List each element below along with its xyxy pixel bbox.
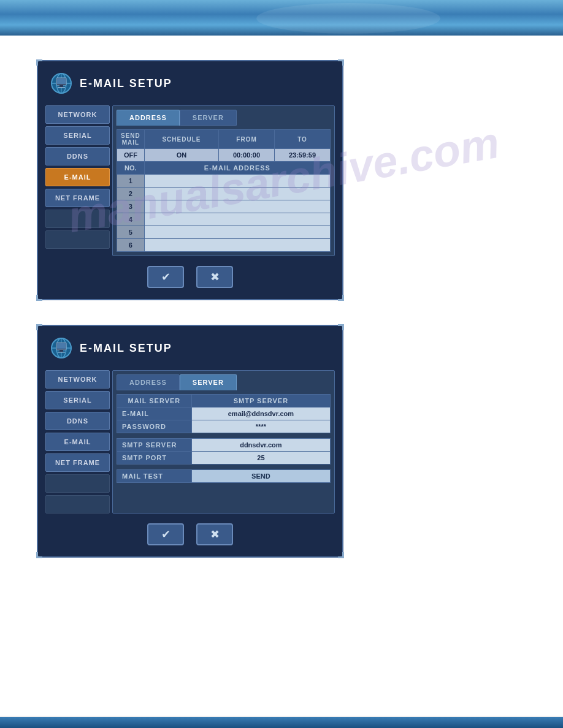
- row1-no: 1: [117, 175, 145, 188]
- dialog1-title: E-MAIL SETUP: [80, 77, 172, 90]
- mail-server-label: MAIL SERVER: [117, 395, 192, 408]
- svg-rect-15: [57, 343, 66, 349]
- dialog2-server-table: MAIL SERVER SMTP SERVER E-MAIL email@ddn…: [117, 394, 331, 483]
- dialog2-header: E-MAIL SETUP: [45, 333, 335, 363]
- email-row: E-MAIL email@ddnsdvr.com: [117, 408, 331, 420]
- col-schedule: SCHEDULE: [144, 130, 218, 149]
- tab-server-2[interactable]: SERVER: [180, 374, 237, 390]
- globe-icon: [49, 71, 74, 96]
- val-from[interactable]: 00:00:00: [219, 149, 275, 162]
- dialog2-cancel-btn[interactable]: ✖: [196, 523, 233, 545]
- spacer-row: [117, 433, 331, 439]
- send-btn[interactable]: SEND: [191, 470, 330, 483]
- tab-address-2[interactable]: ADDRESS: [117, 374, 180, 390]
- sidebar-network-btn[interactable]: NETWORK: [45, 105, 110, 124]
- row4-email[interactable]: [144, 213, 330, 226]
- svg-rect-6: [58, 87, 65, 88]
- smtp-port-label: SMTP PORT: [117, 452, 192, 464]
- password-value[interactable]: ****: [191, 420, 330, 433]
- col-to: TO: [275, 130, 331, 149]
- dialog2-main-panel: ADDRESS SERVER MAIL SERVER SMTP SERVER E…: [112, 370, 335, 514]
- dialog1: E-MAIL SETUP NETWORK SERIAL DDNS E-MAIL …: [37, 60, 343, 300]
- smtp-port-row: SMTP PORT 25: [117, 452, 331, 464]
- row6-no: 6: [117, 239, 145, 252]
- server-header-row: MAIL SERVER SMTP SERVER: [117, 395, 331, 408]
- smtp-port-value[interactable]: 25: [191, 452, 330, 464]
- dialog2-title: E-MAIL SETUP: [80, 342, 172, 355]
- row2-no: 2: [117, 188, 145, 200]
- sidebar-blank1-btn: [45, 210, 110, 228]
- smtp-server-value[interactable]: ddnsdvr.com: [191, 439, 330, 452]
- th-no: NO.: [117, 162, 145, 175]
- col-from: FROM: [219, 130, 275, 149]
- dialog2-confirm-btn[interactable]: ✔: [147, 523, 184, 545]
- sidebar-serial-btn[interactable]: SERIAL: [45, 126, 110, 145]
- sidebar-netframe-btn[interactable]: NET FRAME: [45, 189, 110, 207]
- globe-icon-2: [49, 336, 74, 360]
- row3-email[interactable]: [144, 200, 330, 213]
- smtp-server-header: SMTP SERVER: [191, 395, 330, 408]
- sidebar2-blank1-btn: [45, 474, 110, 493]
- dialog2-tabbar: ADDRESS SERVER: [117, 374, 331, 390]
- val-sendmail[interactable]: OFF: [117, 149, 145, 162]
- val-schedule[interactable]: ON: [144, 149, 218, 162]
- th-email: E-MAIL ADDRESS: [144, 162, 330, 175]
- table-row: 5: [117, 226, 331, 239]
- sidebar-email-btn[interactable]: E-MAIL: [45, 168, 110, 186]
- email-value[interactable]: email@ddnsdvr.com: [191, 408, 330, 420]
- dialog2-wrapper: E-MAIL SETUP NETWORK SERIAL DDNS E-MAIL …: [37, 325, 526, 558]
- tab-server-1[interactable]: SERVER: [180, 110, 237, 126]
- dialog1-header: E-MAIL SETUP: [45, 69, 335, 98]
- password-row: PASSWORD ****: [117, 420, 331, 433]
- dialog1-main-panel: ADDRESS SERVER SEND MAIL SCHEDULE FROM T…: [112, 105, 335, 256]
- dialog2-sidebar: NETWORK SERIAL DDNS E-MAIL NET FRAME: [45, 370, 110, 514]
- col-sendmail: SEND MAIL: [117, 130, 145, 149]
- sidebar-ddns-btn[interactable]: DDNS: [45, 147, 110, 165]
- table-row: 4: [117, 213, 331, 226]
- tab-address-1[interactable]: ADDRESS: [117, 110, 180, 126]
- svg-rect-7: [57, 78, 66, 84]
- row3-no: 3: [117, 200, 145, 213]
- dialog1-confirm-btn[interactable]: ✔: [147, 266, 184, 288]
- dialog1-wrapper: E-MAIL SETUP NETWORK SERIAL DDNS E-MAIL …: [37, 60, 526, 300]
- spacer-row2: [117, 464, 331, 470]
- table-row: 3: [117, 200, 331, 213]
- sidebar2-serial-btn[interactable]: SERIAL: [45, 391, 110, 409]
- dialog1-cancel-btn[interactable]: ✖: [196, 266, 233, 288]
- table-row: 6: [117, 239, 331, 252]
- sidebar2-ddns-btn[interactable]: DDNS: [45, 412, 110, 430]
- smtp-server-label: SMTP SERVER: [117, 439, 192, 452]
- smtp-server-row: SMTP SERVER ddnsdvr.com: [117, 439, 331, 452]
- dialog2-body: NETWORK SERIAL DDNS E-MAIL NET FRAME ADD…: [45, 370, 335, 514]
- svg-rect-14: [58, 352, 65, 353]
- row5-no: 5: [117, 226, 145, 239]
- bottom-banner: [0, 717, 563, 728]
- dialog2-footer: ✔ ✖: [45, 520, 335, 549]
- row4-no: 4: [117, 213, 145, 226]
- mail-test-label: MAIL TEST: [117, 470, 192, 483]
- dialog1-address-table: SEND MAIL SCHEDULE FROM TO OFF ON 00:00:…: [117, 129, 331, 252]
- mail-test-row: MAIL TEST SEND: [117, 470, 331, 483]
- row6-email[interactable]: [144, 239, 330, 252]
- sidebar2-email-btn[interactable]: E-MAIL: [45, 433, 110, 451]
- top-banner: [0, 0, 563, 36]
- password-label: PASSWORD: [117, 420, 192, 433]
- sidebar-blank2-btn: [45, 230, 110, 249]
- table-row: 2: [117, 188, 331, 200]
- row1-email[interactable]: [144, 175, 330, 188]
- row5-email[interactable]: [144, 226, 330, 239]
- sidebar2-netframe-btn[interactable]: NET FRAME: [45, 453, 110, 472]
- row2-email[interactable]: [144, 188, 330, 200]
- sidebar2-blank2-btn: [45, 495, 110, 514]
- main-content: manualsarchive.com E: [0, 36, 563, 716]
- val-to[interactable]: 23:59:59: [275, 149, 331, 162]
- sidebar2-network-btn[interactable]: NETWORK: [45, 370, 110, 389]
- dialog1-body: NETWORK SERIAL DDNS E-MAIL NET FRAME ADD…: [45, 105, 335, 256]
- svg-rect-5: [59, 85, 63, 87]
- dialog1-sidebar: NETWORK SERIAL DDNS E-MAIL NET FRAME: [45, 105, 110, 256]
- svg-rect-13: [59, 350, 63, 352]
- email-label: E-MAIL: [117, 408, 192, 420]
- dialog2: E-MAIL SETUP NETWORK SERIAL DDNS E-MAIL …: [37, 325, 343, 558]
- table-row: 1: [117, 175, 331, 188]
- dialog1-tabbar: ADDRESS SERVER: [117, 110, 331, 126]
